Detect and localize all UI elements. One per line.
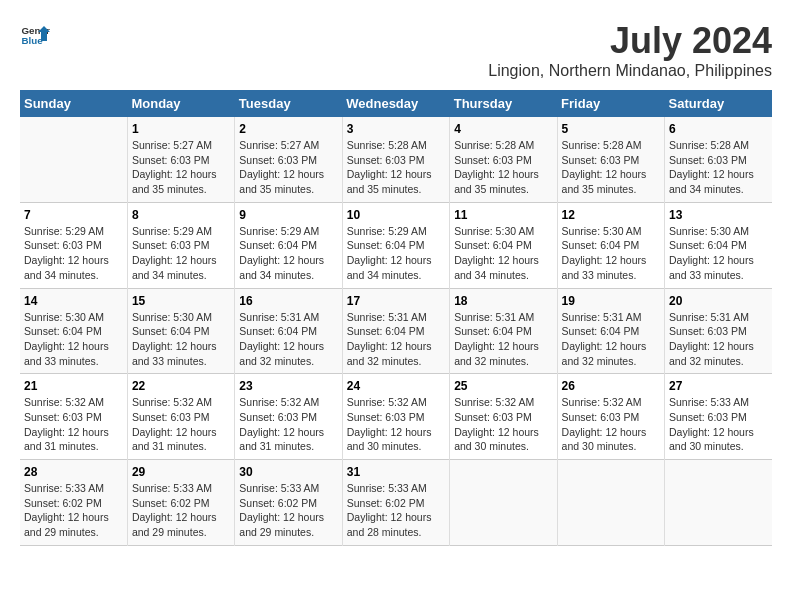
calendar-table: SundayMondayTuesdayWednesdayThursdayFrid…: [20, 90, 772, 546]
calendar-cell: 31Sunrise: 5:33 AMSunset: 6:02 PMDayligh…: [342, 460, 449, 546]
day-number: 28: [24, 465, 123, 479]
logo-icon: General Blue: [20, 20, 50, 50]
header-cell-wednesday: Wednesday: [342, 90, 449, 117]
day-number: 7: [24, 208, 123, 222]
calendar-cell: 20Sunrise: 5:31 AMSunset: 6:03 PMDayligh…: [665, 288, 772, 374]
day-info: Sunrise: 5:32 AMSunset: 6:03 PMDaylight:…: [24, 395, 123, 454]
page-subtitle: Lingion, Northern Mindanao, Philippines: [488, 62, 772, 80]
header-cell-friday: Friday: [557, 90, 664, 117]
header-cell-sunday: Sunday: [20, 90, 127, 117]
calendar-cell: 8Sunrise: 5:29 AMSunset: 6:03 PMDaylight…: [127, 202, 234, 288]
calendar-cell: 24Sunrise: 5:32 AMSunset: 6:03 PMDayligh…: [342, 374, 449, 460]
day-number: 11: [454, 208, 552, 222]
calendar-cell: 27Sunrise: 5:33 AMSunset: 6:03 PMDayligh…: [665, 374, 772, 460]
calendar-cell: 10Sunrise: 5:29 AMSunset: 6:04 PMDayligh…: [342, 202, 449, 288]
day-number: 14: [24, 294, 123, 308]
calendar-cell: 18Sunrise: 5:31 AMSunset: 6:04 PMDayligh…: [450, 288, 557, 374]
header-cell-tuesday: Tuesday: [235, 90, 342, 117]
day-number: 25: [454, 379, 552, 393]
calendar-cell: 5Sunrise: 5:28 AMSunset: 6:03 PMDaylight…: [557, 117, 664, 202]
calendar-cell: 12Sunrise: 5:30 AMSunset: 6:04 PMDayligh…: [557, 202, 664, 288]
svg-text:Blue: Blue: [22, 35, 44, 46]
calendar-cell: 29Sunrise: 5:33 AMSunset: 6:02 PMDayligh…: [127, 460, 234, 546]
calendar-cell: 26Sunrise: 5:32 AMSunset: 6:03 PMDayligh…: [557, 374, 664, 460]
calendar-cell: 22Sunrise: 5:32 AMSunset: 6:03 PMDayligh…: [127, 374, 234, 460]
header-cell-thursday: Thursday: [450, 90, 557, 117]
week-row-5: 28Sunrise: 5:33 AMSunset: 6:02 PMDayligh…: [20, 460, 772, 546]
day-info: Sunrise: 5:32 AMSunset: 6:03 PMDaylight:…: [347, 395, 445, 454]
day-number: 12: [562, 208, 660, 222]
week-row-1: 1Sunrise: 5:27 AMSunset: 6:03 PMDaylight…: [20, 117, 772, 202]
page-header: General Blue July 2024 Lingion, Northern…: [20, 20, 772, 80]
calendar-cell: 7Sunrise: 5:29 AMSunset: 6:03 PMDaylight…: [20, 202, 127, 288]
calendar-cell: 13Sunrise: 5:30 AMSunset: 6:04 PMDayligh…: [665, 202, 772, 288]
day-number: 31: [347, 465, 445, 479]
day-info: Sunrise: 5:30 AMSunset: 6:04 PMDaylight:…: [562, 224, 660, 283]
calendar-cell: 4Sunrise: 5:28 AMSunset: 6:03 PMDaylight…: [450, 117, 557, 202]
day-info: Sunrise: 5:32 AMSunset: 6:03 PMDaylight:…: [239, 395, 337, 454]
week-row-3: 14Sunrise: 5:30 AMSunset: 6:04 PMDayligh…: [20, 288, 772, 374]
day-number: 18: [454, 294, 552, 308]
day-number: 13: [669, 208, 768, 222]
calendar-cell: 14Sunrise: 5:30 AMSunset: 6:04 PMDayligh…: [20, 288, 127, 374]
day-info: Sunrise: 5:29 AMSunset: 6:04 PMDaylight:…: [239, 224, 337, 283]
day-info: Sunrise: 5:27 AMSunset: 6:03 PMDaylight:…: [132, 138, 230, 197]
day-number: 17: [347, 294, 445, 308]
day-number: 21: [24, 379, 123, 393]
day-info: Sunrise: 5:31 AMSunset: 6:04 PMDaylight:…: [239, 310, 337, 369]
day-number: 2: [239, 122, 337, 136]
day-number: 5: [562, 122, 660, 136]
day-number: 27: [669, 379, 768, 393]
calendar-cell: 30Sunrise: 5:33 AMSunset: 6:02 PMDayligh…: [235, 460, 342, 546]
calendar-cell: 11Sunrise: 5:30 AMSunset: 6:04 PMDayligh…: [450, 202, 557, 288]
day-info: Sunrise: 5:28 AMSunset: 6:03 PMDaylight:…: [347, 138, 445, 197]
day-number: 30: [239, 465, 337, 479]
calendar-cell: 28Sunrise: 5:33 AMSunset: 6:02 PMDayligh…: [20, 460, 127, 546]
calendar-cell: 3Sunrise: 5:28 AMSunset: 6:03 PMDaylight…: [342, 117, 449, 202]
day-number: 10: [347, 208, 445, 222]
week-row-4: 21Sunrise: 5:32 AMSunset: 6:03 PMDayligh…: [20, 374, 772, 460]
day-info: Sunrise: 5:33 AMSunset: 6:02 PMDaylight:…: [239, 481, 337, 540]
day-info: Sunrise: 5:32 AMSunset: 6:03 PMDaylight:…: [132, 395, 230, 454]
calendar-cell: 6Sunrise: 5:28 AMSunset: 6:03 PMDaylight…: [665, 117, 772, 202]
day-info: Sunrise: 5:31 AMSunset: 6:03 PMDaylight:…: [669, 310, 768, 369]
calendar-cell: [665, 460, 772, 546]
day-number: 24: [347, 379, 445, 393]
day-info: Sunrise: 5:28 AMSunset: 6:03 PMDaylight:…: [669, 138, 768, 197]
week-row-2: 7Sunrise: 5:29 AMSunset: 6:03 PMDaylight…: [20, 202, 772, 288]
day-info: Sunrise: 5:30 AMSunset: 6:04 PMDaylight:…: [24, 310, 123, 369]
day-info: Sunrise: 5:32 AMSunset: 6:03 PMDaylight:…: [454, 395, 552, 454]
logo: General Blue: [20, 20, 50, 50]
page-title: July 2024: [488, 20, 772, 62]
calendar-cell: 2Sunrise: 5:27 AMSunset: 6:03 PMDaylight…: [235, 117, 342, 202]
day-number: 1: [132, 122, 230, 136]
day-number: 16: [239, 294, 337, 308]
day-number: 22: [132, 379, 230, 393]
day-number: 20: [669, 294, 768, 308]
calendar-cell: 23Sunrise: 5:32 AMSunset: 6:03 PMDayligh…: [235, 374, 342, 460]
day-info: Sunrise: 5:33 AMSunset: 6:02 PMDaylight:…: [24, 481, 123, 540]
calendar-cell: 19Sunrise: 5:31 AMSunset: 6:04 PMDayligh…: [557, 288, 664, 374]
day-number: 9: [239, 208, 337, 222]
header-row: SundayMondayTuesdayWednesdayThursdayFrid…: [20, 90, 772, 117]
day-info: Sunrise: 5:30 AMSunset: 6:04 PMDaylight:…: [132, 310, 230, 369]
calendar-cell: 17Sunrise: 5:31 AMSunset: 6:04 PMDayligh…: [342, 288, 449, 374]
calendar-cell: [557, 460, 664, 546]
day-info: Sunrise: 5:30 AMSunset: 6:04 PMDaylight:…: [454, 224, 552, 283]
day-info: Sunrise: 5:29 AMSunset: 6:04 PMDaylight:…: [347, 224, 445, 283]
header-cell-monday: Monday: [127, 90, 234, 117]
day-info: Sunrise: 5:31 AMSunset: 6:04 PMDaylight:…: [347, 310, 445, 369]
day-number: 19: [562, 294, 660, 308]
calendar-cell: 21Sunrise: 5:32 AMSunset: 6:03 PMDayligh…: [20, 374, 127, 460]
calendar-cell: 9Sunrise: 5:29 AMSunset: 6:04 PMDaylight…: [235, 202, 342, 288]
calendar-cell: 1Sunrise: 5:27 AMSunset: 6:03 PMDaylight…: [127, 117, 234, 202]
day-info: Sunrise: 5:31 AMSunset: 6:04 PMDaylight:…: [454, 310, 552, 369]
day-info: Sunrise: 5:27 AMSunset: 6:03 PMDaylight:…: [239, 138, 337, 197]
day-info: Sunrise: 5:28 AMSunset: 6:03 PMDaylight:…: [454, 138, 552, 197]
day-number: 15: [132, 294, 230, 308]
day-info: Sunrise: 5:33 AMSunset: 6:02 PMDaylight:…: [347, 481, 445, 540]
calendar-cell: 16Sunrise: 5:31 AMSunset: 6:04 PMDayligh…: [235, 288, 342, 374]
day-info: Sunrise: 5:28 AMSunset: 6:03 PMDaylight:…: [562, 138, 660, 197]
header-cell-saturday: Saturday: [665, 90, 772, 117]
day-number: 23: [239, 379, 337, 393]
